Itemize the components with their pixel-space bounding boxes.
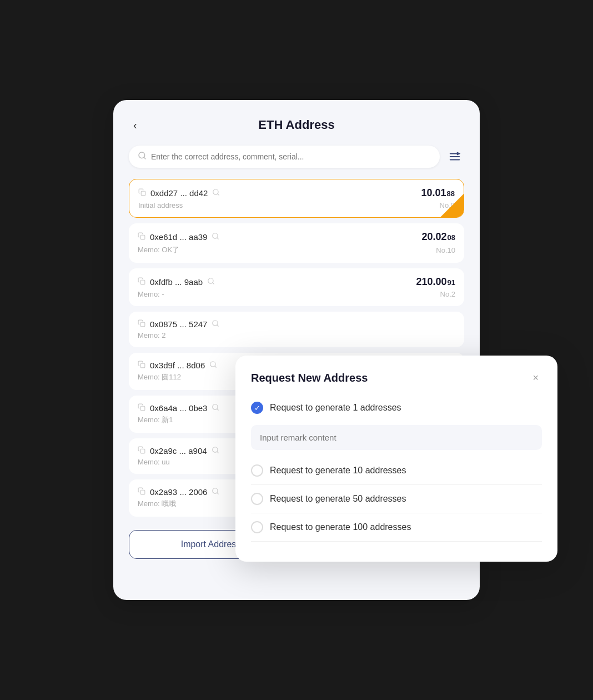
- modal-header: Request New Address ×: [251, 371, 542, 385]
- copy-icon[interactable]: [138, 277, 145, 287]
- amount-main: 20.02: [421, 231, 446, 243]
- radio-label: Request to generate 50 addresses: [270, 494, 406, 504]
- radio-option[interactable]: ✓ Request to generate 1 addresses: [251, 396, 542, 459]
- filter-button[interactable]: [445, 147, 464, 166]
- scan-icon[interactable]: [209, 361, 217, 370]
- scan-icon[interactable]: [212, 232, 219, 242]
- memo-text: Memo: OK了: [138, 245, 179, 255]
- address-item[interactable]: 0x0875 ... 5247 Memo: 2: [129, 312, 464, 347]
- memo-text: Memo: 新1: [138, 415, 173, 425]
- svg-line-28: [217, 493, 219, 494]
- radio-circle: [251, 493, 263, 505]
- header: ‹ ETH Address: [129, 118, 464, 132]
- radio-circle: ✓: [251, 402, 263, 414]
- radio-check-icon: ✓: [254, 404, 260, 412]
- svg-rect-17: [140, 363, 145, 368]
- svg-rect-23: [140, 449, 145, 453]
- svg-line-1: [144, 157, 145, 159]
- address-text: 0x3d9f ... 8d06: [150, 361, 205, 370]
- radio-label: Request to generate 1 addresses: [270, 403, 401, 413]
- scan-icon[interactable]: [212, 446, 219, 456]
- svg-line-10: [217, 238, 219, 239]
- address-text: 0xfdfb ... 9aab: [150, 277, 203, 287]
- radio-option-0[interactable]: ✓ Request to generate 1 addresses: [251, 396, 542, 419]
- radio-circle: [251, 464, 263, 477]
- memo-text: Memo: 圆112: [138, 372, 181, 382]
- radio-label: Request to generate 100 addresses: [270, 522, 411, 532]
- address-item[interactable]: 0xdd27 ... dd42 10.01 88 Initial address…: [129, 179, 464, 218]
- radio-option[interactable]: Request to generate 10 addresses: [251, 459, 542, 485]
- memo-text: Memo: -: [138, 290, 164, 298]
- remark-input[interactable]: [251, 425, 542, 450]
- memo-text: Memo: 2: [138, 331, 166, 339]
- svg-line-22: [217, 409, 219, 411]
- scan-icon[interactable]: [207, 277, 215, 287]
- address-text: 0x2a93 ... 2006: [150, 487, 207, 497]
- radio-label: Request to generate 10 addresses: [270, 466, 406, 476]
- search-bar: [129, 146, 464, 168]
- svg-line-25: [217, 452, 218, 453]
- memo-text: Memo: 哦哦: [138, 499, 176, 509]
- amount: 20.02 08: [421, 231, 455, 243]
- svg-line-16: [217, 325, 219, 327]
- copy-icon[interactable]: [138, 403, 145, 413]
- svg-rect-11: [140, 280, 145, 284]
- svg-rect-26: [140, 490, 145, 494]
- copy-icon[interactable]: [138, 361, 145, 370]
- memo-text: Memo: uu: [138, 458, 170, 466]
- page-title: ETH Address: [258, 118, 334, 132]
- radio-option[interactable]: Request to generate 100 addresses: [251, 516, 542, 542]
- copy-icon[interactable]: [138, 188, 146, 198]
- radio-circle: [251, 521, 263, 533]
- address-text: 0x2a9c ... a904: [150, 446, 207, 456]
- copy-icon[interactable]: [138, 319, 145, 329]
- scan-icon[interactable]: [212, 487, 219, 497]
- radio-option-1[interactable]: Request to generate 10 addresses: [251, 459, 542, 482]
- modal-options: ✓ Request to generate 1 addresses Reques…: [251, 396, 542, 542]
- amount: 210.00 91: [416, 276, 455, 288]
- scan-icon[interactable]: [212, 188, 220, 198]
- radio-option-3[interactable]: Request to generate 100 addresses: [251, 516, 542, 539]
- address-item[interactable]: 0xe61d ... aa39 20.02 08 Memo: OK了 No.10: [129, 223, 464, 263]
- copy-icon[interactable]: [138, 446, 145, 456]
- address-text: 0x0875 ... 5247: [150, 319, 207, 329]
- memo-text: Initial address: [138, 201, 183, 209]
- number-badge: No.2: [440, 290, 455, 298]
- search-icon: [138, 151, 147, 162]
- svg-rect-8: [140, 235, 145, 239]
- radio-option[interactable]: Request to generate 50 addresses: [251, 487, 542, 513]
- scan-icon[interactable]: [212, 319, 219, 329]
- amount-sub: 08: [448, 233, 455, 242]
- scan-icon[interactable]: [212, 403, 219, 413]
- svg-rect-20: [140, 406, 145, 411]
- address-text: 0xe61d ... aa39: [150, 232, 207, 242]
- search-input-wrap: [129, 146, 440, 168]
- amount-main: 210.00: [416, 276, 446, 288]
- divider: [251, 513, 542, 513]
- divider: [251, 541, 542, 542]
- search-input[interactable]: [151, 152, 431, 161]
- address-item[interactable]: 0xfdfb ... 9aab 210.00 91 Memo: - No.2: [129, 268, 464, 306]
- request-new-address-modal: Request New Address × ✓ Request to gener…: [235, 356, 557, 562]
- radio-option-2[interactable]: Request to generate 50 addresses: [251, 487, 542, 511]
- address-text: 0xdd27 ... dd42: [150, 188, 208, 198]
- address-text: 0x6a4a ... 0be3: [150, 403, 207, 413]
- modal-title: Request New Address: [251, 372, 368, 384]
- svg-line-13: [213, 283, 214, 284]
- copy-icon[interactable]: [138, 487, 145, 497]
- active-ribbon: [440, 194, 464, 217]
- svg-rect-14: [140, 322, 145, 327]
- svg-rect-5: [141, 191, 145, 196]
- number-badge: No.10: [436, 246, 455, 254]
- svg-line-7: [218, 194, 219, 196]
- svg-line-19: [215, 366, 217, 368]
- back-button[interactable]: ‹: [129, 117, 142, 134]
- main-card: ‹ ETH Address: [113, 100, 480, 600]
- copy-icon[interactable]: [138, 232, 145, 242]
- divider: [251, 484, 542, 485]
- amount-sub: 91: [448, 278, 455, 287]
- modal-close-button[interactable]: ×: [529, 371, 542, 385]
